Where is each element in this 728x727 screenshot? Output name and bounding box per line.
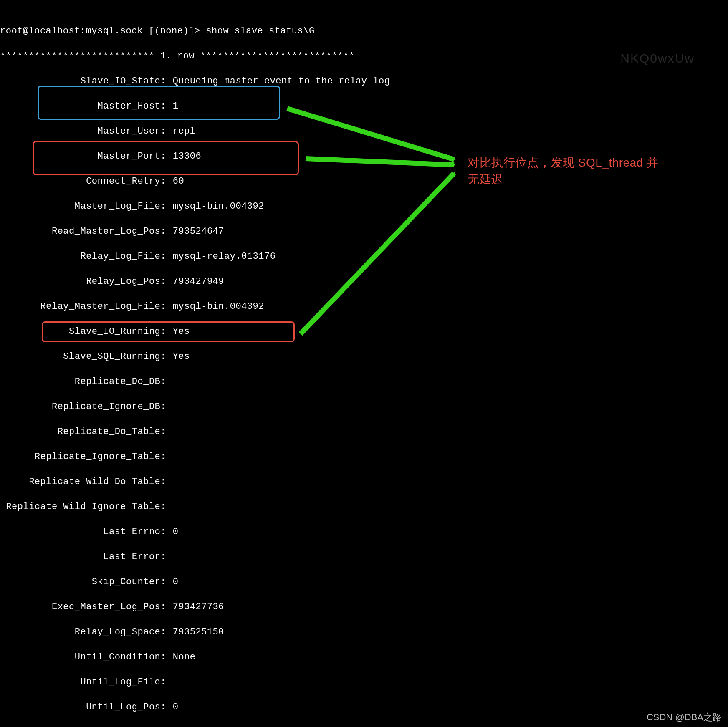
status-row: Replicate_Ignore_Table: bbox=[0, 451, 728, 463]
watermark: NKQ0wxUw bbox=[620, 52, 695, 65]
field-value: None bbox=[173, 651, 196, 664]
field-value: 13306 bbox=[173, 150, 202, 163]
status-row: Master_Log_File: mysql-bin.004392 bbox=[0, 200, 728, 213]
field-label: Connect_Retry: bbox=[0, 175, 167, 188]
status-row: Replicate_Do_DB: bbox=[0, 376, 728, 388]
field-label: Until_Condition: bbox=[0, 651, 167, 664]
status-row: Exec_Master_Log_Pos: 793427736 bbox=[0, 601, 728, 613]
status-row: Skip_Counter: 0 bbox=[0, 576, 728, 588]
annotation-text: 对比执行位点，发现 SQL_thread 并 无延迟 bbox=[468, 154, 701, 188]
field-label: Replicate_Ignore_DB: bbox=[0, 401, 167, 413]
field-value: 0 bbox=[173, 701, 179, 714]
annotation-line-2: 无延迟 bbox=[468, 173, 503, 186]
field-label: Relay_Log_Space: bbox=[0, 626, 167, 639]
status-row: Slave_IO_State: Queueing master event to… bbox=[0, 75, 728, 88]
status-row: Until_Log_Pos: 0 bbox=[0, 701, 728, 714]
status-row: Master_User: repl bbox=[0, 125, 728, 138]
status-row: Replicate_Wild_Do_Table: bbox=[0, 476, 728, 488]
field-value: 0 bbox=[173, 526, 179, 538]
field-label: Relay_Log_File: bbox=[0, 250, 167, 263]
field-label: Skip_Counter: bbox=[0, 576, 167, 588]
status-row: Relay_Log_Space: 793525150 bbox=[0, 626, 728, 639]
field-value: 793427736 bbox=[173, 601, 224, 613]
row-separator-line: *************************** 1. row *****… bbox=[0, 50, 728, 63]
status-row: Until_Log_File: bbox=[0, 676, 728, 689]
field-value: Queueing master event to the relay log bbox=[173, 75, 390, 88]
field-label: Last_Error: bbox=[0, 551, 167, 563]
field-label: Replicate_Do_Table: bbox=[0, 426, 167, 438]
field-label: Read_Master_Log_Pos: bbox=[0, 225, 167, 238]
field-label: Master_User: bbox=[0, 125, 167, 138]
prompt: root@localhost:mysql.sock [(none)]> bbox=[0, 26, 200, 36]
status-row: Relay_Log_Pos: 793427949 bbox=[0, 275, 728, 288]
status-row: Read_Master_Log_Pos: 793524647 bbox=[0, 225, 728, 238]
field-label: Slave_IO_State: bbox=[0, 75, 167, 88]
status-row: Last_Errno: 0 bbox=[0, 526, 728, 538]
annotation-line-1: 对比执行位点，发现 SQL_thread 并 bbox=[468, 156, 659, 169]
field-value: repl bbox=[173, 125, 196, 138]
field-value: Yes bbox=[173, 326, 190, 338]
field-label: Replicate_Do_DB: bbox=[0, 376, 167, 388]
field-label: Slave_IO_Running: bbox=[0, 326, 167, 338]
status-row: Slave_IO_Running: Yes bbox=[0, 326, 728, 338]
field-value: 793525150 bbox=[173, 626, 224, 639]
status-row: Last_Error: bbox=[0, 551, 728, 563]
field-value: mysql-bin.004392 bbox=[173, 200, 264, 213]
field-value: 1 bbox=[173, 100, 179, 113]
status-row: Until_Condition: None bbox=[0, 651, 728, 664]
status-row: Relay_Master_Log_File: mysql-bin.004392 bbox=[0, 300, 728, 313]
field-value: 793524647 bbox=[173, 225, 224, 238]
field-label: Slave_SQL_Running: bbox=[0, 351, 167, 363]
field-label: Master_Port: bbox=[0, 150, 167, 163]
footer-watermark: CSDN @DBA之路 bbox=[647, 711, 722, 724]
field-label: Master_Host: bbox=[0, 100, 167, 113]
field-label: Until_Log_File: bbox=[0, 676, 167, 689]
field-value: mysql-bin.004392 bbox=[173, 300, 264, 313]
field-label: Relay_Log_Pos: bbox=[0, 275, 167, 288]
field-label: Replicate_Wild_Do_Table: bbox=[0, 476, 167, 488]
command: show slave status\G bbox=[206, 26, 314, 36]
field-value: 0 bbox=[173, 576, 179, 588]
status-row: Replicate_Wild_Ignore_Table: bbox=[0, 501, 728, 513]
field-value: 793427949 bbox=[173, 275, 224, 288]
status-row: Relay_Log_File: mysql-relay.013176 bbox=[0, 250, 728, 263]
field-label: Master_Log_File: bbox=[0, 200, 167, 213]
prompt-line: root@localhost:mysql.sock [(none)]> show… bbox=[0, 25, 728, 38]
field-value: mysql-relay.013176 bbox=[173, 250, 276, 263]
field-value: 60 bbox=[173, 175, 184, 188]
status-row: Slave_SQL_Running: Yes bbox=[0, 351, 728, 363]
status-row: Replicate_Do_Table: bbox=[0, 426, 728, 438]
status-row: Replicate_Ignore_DB: bbox=[0, 401, 728, 413]
row-separator: *************************** 1. row *****… bbox=[0, 50, 355, 63]
field-label: Exec_Master_Log_Pos: bbox=[0, 601, 167, 613]
field-label: Replicate_Ignore_Table: bbox=[0, 451, 167, 463]
field-label: Last_Errno: bbox=[0, 526, 167, 538]
terminal-window: root@localhost:mysql.sock [(none)]> show… bbox=[0, 0, 728, 727]
field-label: Relay_Master_Log_File: bbox=[0, 300, 167, 313]
status-row: Master_Host: 1 bbox=[0, 100, 728, 113]
field-value: Yes bbox=[173, 351, 190, 363]
field-label: Until_Log_Pos: bbox=[0, 701, 167, 714]
field-label: Replicate_Wild_Ignore_Table: bbox=[0, 501, 167, 513]
